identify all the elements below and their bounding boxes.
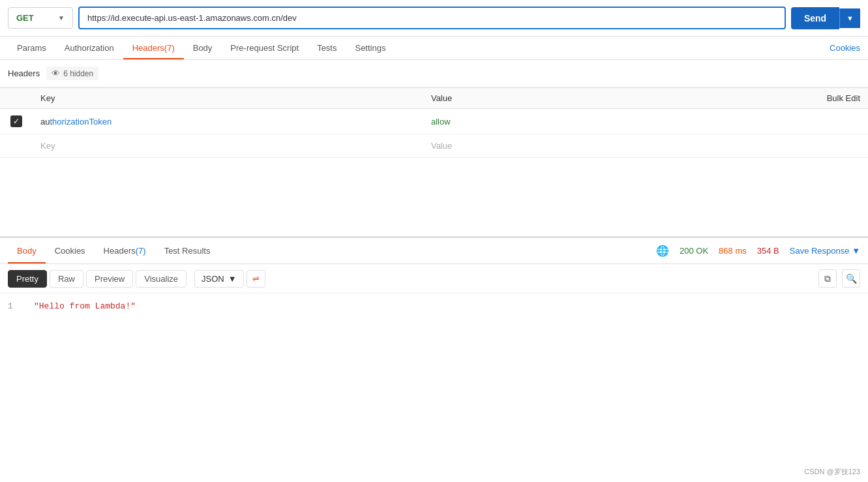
- key-plain-prefix: au: [40, 117, 50, 127]
- value-placeholder: Value: [431, 141, 452, 151]
- format-preview-button[interactable]: Preview: [86, 270, 133, 288]
- tab-headers[interactable]: Headers(7): [123, 37, 184, 59]
- col-value: Value: [423, 88, 814, 109]
- code-area: 1 "Hello from Lambda!": [0, 294, 868, 319]
- empty-row-actions-cell: [814, 134, 868, 158]
- response-tab-body[interactable]: Body: [8, 238, 46, 264]
- request-tab-bar: Params Authorization Headers(7) Body Pre…: [0, 37, 868, 60]
- save-response-button[interactable]: Save Response ▼: [790, 246, 860, 256]
- format-type-dropdown[interactable]: JSON ▼: [194, 270, 244, 288]
- empty-row-checkbox-cell: [0, 134, 33, 158]
- checkbox-checked[interactable]: ✓: [10, 115, 22, 127]
- response-icons: ⧉ 🔍: [818, 269, 860, 288]
- row-actions-cell: [814, 109, 868, 134]
- empty-key-cell[interactable]: Key: [33, 134, 423, 158]
- format-type-chevron: ▼: [228, 274, 237, 284]
- col-checkbox: [0, 88, 33, 109]
- line-number: 1: [8, 301, 21, 311]
- hidden-count: 6 hidden: [63, 69, 93, 78]
- table-row-empty: Key Value: [0, 134, 868, 158]
- row-value-cell[interactable]: allow: [423, 109, 814, 134]
- format-bar: Pretty Raw Preview Visualize JSON ▼ ⇌ ⧉ …: [0, 264, 868, 294]
- table-row: ✓ authorizationToken allow: [0, 109, 868, 134]
- response-meta: 🌐 200 OK 868 ms 354 B Save Response ▼: [656, 245, 860, 257]
- table-header-row: Key Value Bulk Edit: [0, 88, 868, 109]
- key-text: authorizationToken: [40, 117, 112, 127]
- response-panel: Body Cookies Headers(7) Test Results 🌐 2…: [0, 236, 868, 319]
- globe-icon: 🌐: [656, 245, 669, 257]
- send-dropdown-button[interactable]: ▼: [839, 8, 860, 28]
- format-visualize-button[interactable]: Visualize: [136, 270, 187, 288]
- eye-icon: 👁: [52, 68, 60, 78]
- headers-section: Headers 👁 6 hidden: [0, 60, 868, 87]
- search-icon[interactable]: 🔍: [842, 269, 860, 288]
- tab-tests[interactable]: Tests: [308, 37, 346, 59]
- tab-body[interactable]: Body: [184, 37, 222, 59]
- tab-pre-request-script[interactable]: Pre-request Script: [221, 37, 308, 59]
- tab-params[interactable]: Params: [8, 37, 55, 59]
- format-raw-button[interactable]: Raw: [50, 270, 83, 288]
- empty-value-cell[interactable]: Value: [423, 134, 814, 158]
- send-button-group: Send ▼: [791, 7, 860, 29]
- method-selector[interactable]: GET ▼: [8, 7, 73, 29]
- key-highlighted: thorizationToken: [50, 117, 112, 127]
- format-pretty-button[interactable]: Pretty: [8, 270, 47, 288]
- format-type-label: JSON: [202, 274, 224, 284]
- col-bulk-edit[interactable]: Bulk Edit: [814, 88, 868, 109]
- response-status: 200 OK: [680, 246, 708, 256]
- response-time: 868 ms: [719, 246, 747, 256]
- spacer: [0, 158, 868, 236]
- response-size: 354 B: [757, 246, 779, 256]
- response-tab-headers[interactable]: Headers(7): [95, 238, 155, 264]
- code-content: "Hello from Lambda!": [34, 301, 136, 311]
- url-bar: GET ▼ Send ▼: [0, 0, 868, 37]
- method-chevron-icon: ▼: [58, 14, 65, 22]
- tab-authorization[interactable]: Authorization: [55, 37, 123, 59]
- headers-table: Key Value Bulk Edit ✓ authorizationToken…: [0, 87, 868, 158]
- headers-label: Headers: [8, 68, 40, 78]
- wrap-button[interactable]: ⇌: [247, 270, 265, 288]
- row-key-cell[interactable]: authorizationToken: [33, 109, 423, 134]
- row-checkbox-cell[interactable]: ✓: [0, 109, 33, 134]
- tab-settings[interactable]: Settings: [346, 37, 395, 59]
- code-line-1: 1 "Hello from Lambda!": [8, 301, 860, 311]
- send-button[interactable]: Send: [791, 7, 839, 29]
- cookies-link[interactable]: Cookies: [830, 43, 860, 53]
- wrap-icon: ⇌: [252, 274, 260, 284]
- value-text: allow: [431, 117, 451, 127]
- key-placeholder: Key: [40, 141, 55, 151]
- col-key: Key: [33, 88, 423, 109]
- response-tab-bar: Body Cookies Headers(7) Test Results 🌐 2…: [0, 238, 868, 264]
- response-tab-test-results[interactable]: Test Results: [155, 238, 220, 264]
- copy-icon[interactable]: ⧉: [818, 269, 837, 288]
- method-label: GET: [16, 13, 34, 23]
- url-input[interactable]: [78, 7, 786, 29]
- response-tab-cookies[interactable]: Cookies: [46, 238, 95, 264]
- hidden-badge[interactable]: 👁 6 hidden: [46, 67, 98, 80]
